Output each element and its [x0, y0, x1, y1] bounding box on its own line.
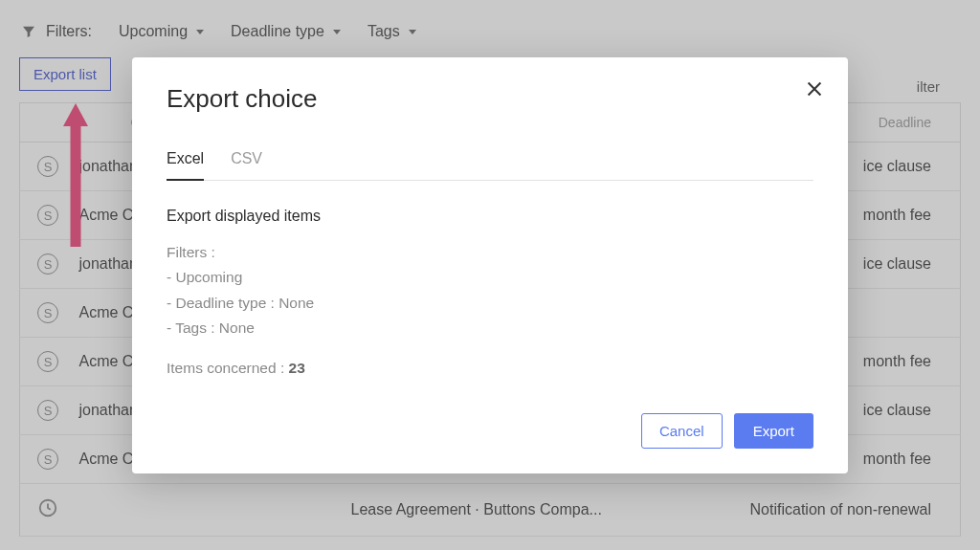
modal-actions: Cancel Export: [167, 413, 813, 449]
filters-heading: Filters :: [167, 240, 813, 265]
cancel-button[interactable]: Cancel: [641, 413, 723, 449]
items-concerned-count: 23: [289, 360, 305, 376]
modal-overlay: Export choice Excel CSV Export displayed…: [0, 0, 980, 550]
close-icon[interactable]: [804, 78, 825, 99]
filter-line: - Deadline type : None: [167, 291, 813, 316]
export-button[interactable]: Export: [734, 413, 813, 449]
items-concerned-label: Items concerned :: [167, 360, 289, 376]
tab-excel[interactable]: Excel: [167, 141, 204, 181]
modal-filters-block: Filters : - Upcoming - Deadline type : N…: [167, 240, 813, 341]
tab-csv[interactable]: CSV: [231, 141, 262, 180]
export-modal: Export choice Excel CSV Export displayed…: [132, 57, 848, 473]
modal-title: Export choice: [167, 84, 813, 114]
modal-subtitle: Export displayed items: [167, 208, 813, 225]
filter-line: - Upcoming: [167, 265, 813, 290]
items-concerned: Items concerned : 23: [167, 360, 813, 377]
filter-line: - Tags : None: [167, 316, 813, 341]
modal-tabs: Excel CSV: [167, 141, 813, 181]
